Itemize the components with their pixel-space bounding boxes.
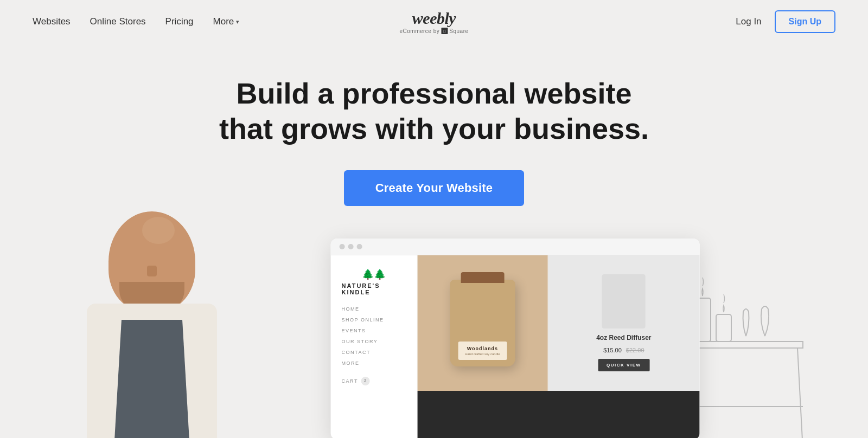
price-current: $15.00 [603, 347, 622, 353]
logo-subtext: eCommerce by □ Square [399, 28, 468, 34]
cart-area: CART 2 [342, 377, 406, 385]
site-sidebar: 🌲🌲 NATURE'S KINDLE HOME SHOP ONLINE EVEN… [331, 255, 418, 438]
login-link[interactable]: Log In [736, 16, 761, 27]
hero-section: Build a professional website that grows … [0, 43, 868, 438]
jar-label-sub: Hand crafted soy candle [461, 352, 503, 356]
list-item: EVENTS [342, 328, 406, 333]
nav-online-stores[interactable]: Online Stores [90, 16, 146, 27]
list-item: MORE [342, 360, 406, 366]
person-photo [71, 211, 233, 438]
site-main-content: Woodlands Hand crafted soy candle 4oz Re… [418, 255, 700, 438]
product-card-2: 4oz Reed Diffuser $15.00 $22.00 QUICK VI… [548, 255, 700, 391]
browser-dot-2 [348, 244, 354, 249]
browser-bar [331, 239, 700, 255]
hero-illustration: 🌲🌲 NATURE'S KINDLE HOME SHOP ONLINE EVEN… [0, 239, 868, 438]
browser-content: 🌲🌲 NATURE'S KINDLE HOME SHOP ONLINE EVEN… [331, 255, 700, 438]
browser-dot-3 [357, 244, 362, 249]
nav-more[interactable]: More ▾ [213, 16, 240, 27]
svg-rect-5 [716, 314, 731, 342]
jar-label: Woodlands Hand crafted soy candle [458, 342, 507, 360]
nav-left: Websites Online Stores Pricing More ▾ [33, 16, 239, 27]
jar-lid [461, 272, 504, 283]
product-row: Woodlands Hand crafted soy candle 4oz Re… [418, 255, 700, 391]
tree-icon: 🌲🌲 [362, 268, 386, 280]
cart-badge: 2 [361, 377, 370, 385]
chevron-down-icon: ▾ [236, 18, 239, 25]
signup-button[interactable]: Sign Up [775, 10, 835, 33]
woodlands-jar: Woodlands Hand crafted soy candle [450, 280, 515, 366]
quick-view-button[interactable]: QUICK VIEW [598, 359, 649, 371]
list-item: OUR STORY [342, 339, 406, 344]
site-nav: HOME SHOP ONLINE EVENTS OUR STORY CONTAC… [342, 306, 406, 366]
logo-wordmark: weebly [412, 9, 456, 28]
person-shirt [114, 320, 190, 438]
hero-headline: Build a professional website that grows … [212, 76, 656, 146]
nav-websites[interactable]: Websites [33, 16, 71, 27]
browser-mockup: 🌲🌲 NATURE'S KINDLE HOME SHOP ONLINE EVEN… [331, 239, 700, 438]
diffuser-image [602, 274, 646, 328]
product-prices: $15.00 $22.00 [603, 347, 644, 353]
logo[interactable]: weebly eCommerce by □ Square [399, 9, 468, 34]
list-item: SHOP ONLINE [342, 317, 406, 323]
square-icon: □ [441, 28, 448, 34]
main-nav: Websites Online Stores Pricing More ▾ we… [0, 0, 868, 43]
nav-pricing[interactable]: Pricing [165, 16, 194, 27]
site-name: NATURE'S KINDLE [342, 282, 406, 295]
product-row-2 [418, 391, 700, 438]
list-item: CONTACT [342, 350, 406, 355]
product-title: 4oz Reed Diffuser [596, 334, 651, 342]
browser-dot-1 [340, 244, 345, 249]
jar-label-title: Woodlands [461, 346, 503, 351]
list-item: HOME [342, 306, 406, 312]
nav-right: Log In Sign Up [736, 10, 835, 33]
site-logo: 🌲🌲 NATURE'S KINDLE [342, 268, 406, 295]
product-card-1: Woodlands Hand crafted soy candle [418, 255, 548, 391]
price-old: $22.00 [626, 347, 644, 353]
cta-button[interactable]: Create Your Website [344, 170, 525, 206]
svg-line-2 [797, 348, 803, 438]
